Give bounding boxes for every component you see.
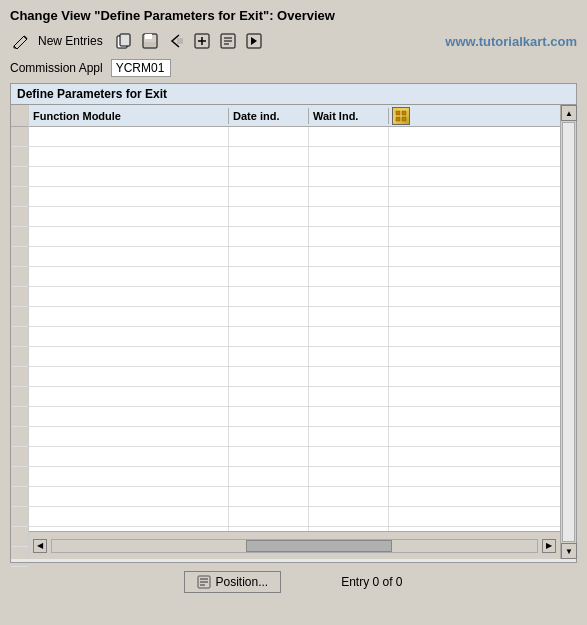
scroll-right-btn[interactable]: ▶ — [542, 539, 556, 553]
row-indicator-column — [11, 105, 29, 559]
cell-date-ind — [229, 267, 309, 286]
row-indicator-cell — [11, 407, 28, 427]
row-indicator-cell — [11, 127, 28, 147]
new-entries-label: New Entries — [38, 34, 103, 48]
cell-function-module — [29, 327, 229, 346]
table-row[interactable] — [29, 267, 560, 287]
table-body[interactable] — [29, 127, 560, 531]
row-indicator-cell — [11, 447, 28, 467]
svg-rect-5 — [177, 38, 183, 44]
cell-wait-ind — [309, 407, 389, 426]
horizontal-scrollbar[interactable] — [51, 539, 538, 553]
table-row[interactable] — [29, 187, 560, 207]
cell-wait-ind — [309, 227, 389, 246]
table-row[interactable] — [29, 147, 560, 167]
cell-function-module — [29, 207, 229, 226]
cell-date-ind — [229, 287, 309, 306]
svg-rect-4 — [144, 42, 156, 47]
edit-icon[interactable] — [10, 31, 32, 51]
table-settings-icon[interactable] — [392, 107, 410, 125]
cell-wait-ind — [309, 487, 389, 506]
toolbar-icon-3[interactable] — [191, 31, 213, 51]
toolbar-icon-4[interactable] — [217, 31, 239, 51]
table-row[interactable] — [29, 487, 560, 507]
table-header: Function Module Date ind. Wait Ind. — [29, 105, 560, 127]
col-header-date-ind: Date ind. — [229, 108, 309, 124]
vertical-scroll-track[interactable] — [562, 122, 575, 542]
page-container: Change View "Define Parameters for Exit"… — [0, 0, 587, 625]
position-button[interactable]: Position... — [184, 571, 281, 593]
toolbar-icon-5[interactable] — [243, 31, 265, 51]
table-row[interactable] — [29, 427, 560, 447]
row-indicator-cell — [11, 247, 28, 267]
cell-date-ind — [229, 247, 309, 266]
cell-wait-ind — [309, 167, 389, 186]
cell-date-ind — [229, 447, 309, 466]
cell-function-module — [29, 247, 229, 266]
toolbar-icon-back[interactable] — [165, 31, 187, 51]
table-row[interactable] — [29, 127, 560, 147]
cell-date-ind — [229, 127, 309, 146]
table-row[interactable] — [29, 507, 560, 527]
cell-function-module — [29, 407, 229, 426]
cell-function-module — [29, 387, 229, 406]
page-title: Change View "Define Parameters for Exit"… — [4, 4, 583, 29]
col-header-wait-ind: Wait Ind. — [309, 108, 389, 124]
cell-wait-ind — [309, 287, 389, 306]
svg-rect-11 — [396, 117, 400, 121]
cell-date-ind — [229, 147, 309, 166]
scroll-up-btn[interactable]: ▲ — [561, 105, 577, 121]
commission-appl-value: YCRM01 — [111, 59, 171, 77]
table-row[interactable] — [29, 407, 560, 427]
commission-appl-row: Commission Appl YCRM01 — [4, 55, 583, 83]
table-row[interactable] — [29, 347, 560, 367]
table-row[interactable] — [29, 387, 560, 407]
cell-wait-ind — [309, 507, 389, 526]
row-indicator-cell — [11, 527, 28, 547]
vertical-scrollbar-container: ▲ ▼ — [560, 105, 576, 559]
table-row[interactable] — [29, 227, 560, 247]
entry-status: Entry 0 of 0 — [341, 575, 402, 589]
cell-function-module — [29, 427, 229, 446]
main-panel: Define Parameters for Exit Function Modu… — [10, 83, 577, 563]
toolbar-icon-1[interactable] — [113, 31, 135, 51]
row-indicator-cell — [11, 207, 28, 227]
cell-function-module — [29, 487, 229, 506]
row-indicator-cell — [11, 167, 28, 187]
row-indicator-cell — [11, 487, 28, 507]
scroll-down-btn[interactable]: ▼ — [561, 543, 577, 559]
scroll-left-btn[interactable]: ◀ — [33, 539, 47, 553]
table-row[interactable] — [29, 207, 560, 227]
table-row[interactable] — [29, 447, 560, 467]
cell-wait-ind — [309, 467, 389, 486]
table-row[interactable] — [29, 367, 560, 387]
toolbar-icon-save[interactable] — [139, 31, 161, 51]
row-indicator-cell — [11, 467, 28, 487]
cell-wait-ind — [309, 307, 389, 326]
svg-rect-1 — [120, 34, 130, 46]
table-row[interactable] — [29, 247, 560, 267]
cell-function-module — [29, 307, 229, 326]
row-indicator-cell — [11, 347, 28, 367]
svg-rect-12 — [402, 117, 406, 121]
table-container: Function Module Date ind. Wait Ind. — [11, 105, 576, 559]
cell-wait-ind — [309, 427, 389, 446]
cell-wait-ind — [309, 147, 389, 166]
cell-function-module — [29, 147, 229, 166]
table-row[interactable] — [29, 307, 560, 327]
position-button-label: Position... — [215, 575, 268, 589]
table-row[interactable] — [29, 467, 560, 487]
cell-wait-ind — [309, 127, 389, 146]
cell-function-module — [29, 227, 229, 246]
cell-wait-ind — [309, 387, 389, 406]
row-indicator-cell — [11, 547, 28, 567]
commission-appl-label: Commission Appl — [10, 61, 103, 75]
col-settings-header[interactable] — [389, 107, 413, 125]
cell-date-ind — [229, 387, 309, 406]
cell-date-ind — [229, 167, 309, 186]
cell-wait-ind — [309, 347, 389, 366]
table-row[interactable] — [29, 287, 560, 307]
table-row[interactable] — [29, 167, 560, 187]
table-row[interactable] — [29, 327, 560, 347]
col-header-function-module: Function Module — [29, 108, 229, 124]
